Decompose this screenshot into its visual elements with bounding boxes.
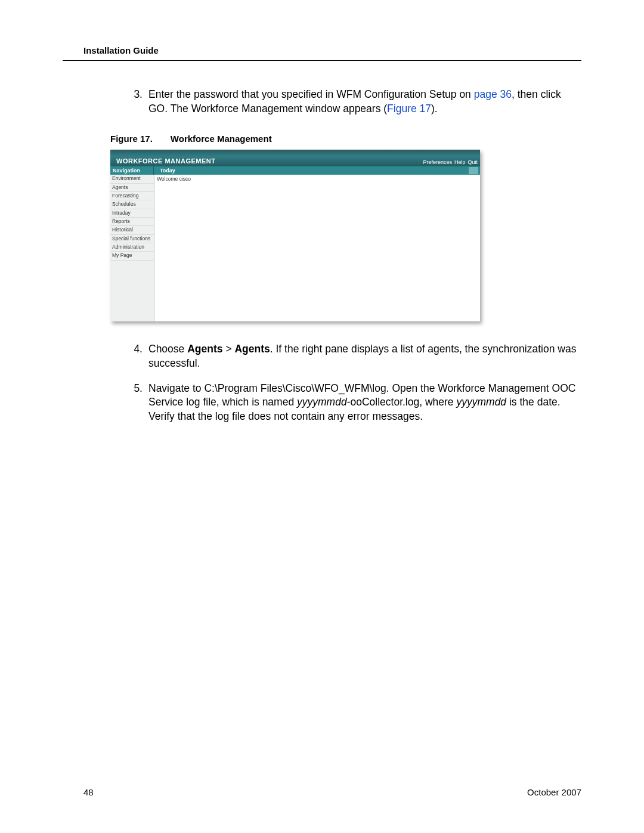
step-5: 5. Navigate to C:\Program Files\Cisco\WF… <box>128 382 581 424</box>
wfm-sidebar: Environment Agents Forecasting Schedules… <box>110 175 154 321</box>
figure-17-caption: Figure 17.Workforce Management <box>110 134 581 144</box>
sidebar-item-forecasting[interactable]: Forecasting <box>110 192 154 200</box>
wfm-content-pane: Welcome cisco <box>154 175 480 321</box>
link-preferences[interactable]: Preferences <box>423 159 452 165</box>
link-figure-17[interactable]: Figure 17 <box>387 103 431 114</box>
step-5-text: Navigate to C:\Program Files\Cisco\WFO_W… <box>148 382 581 424</box>
sidebar-item-agents[interactable]: Agents <box>110 184 154 192</box>
sidebar-item-my-page[interactable]: My Page <box>110 252 154 260</box>
link-quit[interactable]: Quit <box>467 159 478 165</box>
sidebar-item-schedules[interactable]: Schedules <box>110 200 154 209</box>
sidebar-item-reports[interactable]: Reports <box>110 218 154 226</box>
wfm-top-links: Preferences Help Quit <box>423 159 478 166</box>
step-3: 3. Enter the password that you specified… <box>128 88 581 116</box>
wfm-subbar: Navigation Today <box>110 166 480 175</box>
welcome-text: Welcome cisco <box>157 176 191 182</box>
wfm-titlebar: WORKFORCE MANAGEMENT Preferences Help Qu… <box>110 150 480 166</box>
figure-17-screenshot: WORKFORCE MANAGEMENT Preferences Help Qu… <box>110 150 480 321</box>
sidebar-item-special-functions[interactable]: Special functions <box>110 235 154 243</box>
nav-header: Navigation <box>110 166 154 175</box>
sidebar-item-intraday[interactable]: Intraday <box>110 209 154 218</box>
link-page-36[interactable]: page 36 <box>474 88 512 100</box>
today-tab[interactable]: Today <box>154 166 469 175</box>
wfm-title: WORKFORCE MANAGEMENT <box>113 157 218 166</box>
doc-header-title: Installation Guide <box>83 45 581 55</box>
page-number: 48 <box>83 787 94 797</box>
footer-date: October 2007 <box>527 787 581 797</box>
toolbar-icon[interactable] <box>469 167 478 174</box>
page-footer: 48 October 2007 <box>83 787 581 797</box>
step-3-text: Enter the password that you specified in… <box>148 88 581 116</box>
link-help[interactable]: Help <box>454 159 466 165</box>
step-5-number: 5. <box>128 382 143 424</box>
sidebar-item-administration[interactable]: Administration <box>110 243 154 252</box>
step-4: 4. Choose Agents > Agents. If the right … <box>128 342 581 370</box>
step-3-number: 3. <box>128 88 143 116</box>
sidebar-item-historical[interactable]: Historical <box>110 226 154 234</box>
header-rule <box>63 60 581 61</box>
step-4-number: 4. <box>128 342 143 370</box>
step-4-text: Choose Agents > Agents. If the right pan… <box>148 342 581 370</box>
sidebar-item-environment[interactable]: Environment <box>110 175 154 183</box>
